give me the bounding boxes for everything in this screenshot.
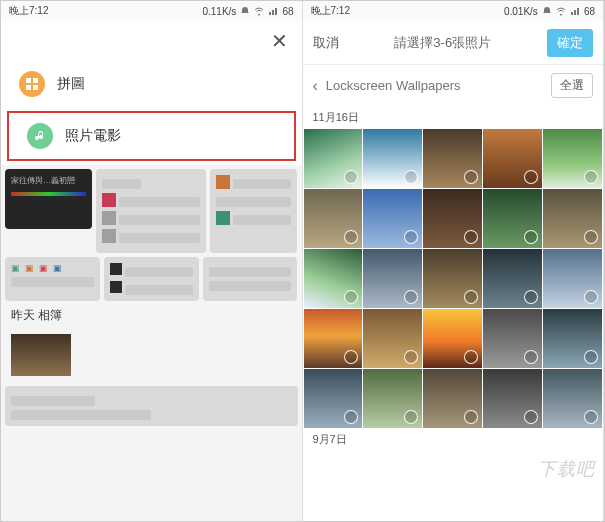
cancel-button[interactable]: 取消 <box>313 34 339 52</box>
photo-cell[interactable] <box>304 309 363 368</box>
folder-path[interactable]: Lockscreen Wallpapers <box>326 78 461 93</box>
picker-title: 請選擇3-6張照片 <box>394 34 491 52</box>
status-speed: 0.11K/s <box>202 6 236 17</box>
select-circle-icon[interactable] <box>464 290 478 304</box>
photo-cell[interactable] <box>304 249 363 308</box>
select-circle-icon[interactable] <box>584 410 598 424</box>
option-collage[interactable]: 拼圖 <box>1 61 302 107</box>
left-phone: 晚上7:12 0.11K/s 68 ✕ 拼圖 照片電影 家往傳與…義初戀 <box>1 1 303 521</box>
confirm-button[interactable]: 確定 <box>547 29 593 57</box>
back-icon[interactable]: ‹ <box>313 77 318 95</box>
photo-cell[interactable] <box>304 129 363 188</box>
select-circle-icon[interactable] <box>524 350 538 364</box>
photo-cell[interactable] <box>543 129 602 188</box>
signal-icon <box>268 6 278 16</box>
select-circle-icon[interactable] <box>464 170 478 184</box>
photo-cell[interactable] <box>423 309 482 368</box>
photo-cell[interactable] <box>423 249 482 308</box>
select-circle-icon[interactable] <box>524 170 538 184</box>
wifi-icon <box>556 6 566 16</box>
select-circle-icon[interactable] <box>344 410 358 424</box>
photo-cell[interactable] <box>543 369 602 428</box>
photo-cell[interactable] <box>543 309 602 368</box>
select-circle-icon[interactable] <box>344 350 358 364</box>
picker-header: 取消 請選擇3-6張照片 確定 <box>303 21 604 65</box>
photo-cell[interactable] <box>483 309 542 368</box>
select-circle-icon[interactable] <box>404 290 418 304</box>
close-icon[interactable]: ✕ <box>271 29 288 53</box>
status-bar: 晚上7:12 0.01K/s 68 <box>303 1 604 21</box>
photo-cell[interactable] <box>363 129 422 188</box>
select-circle-icon[interactable] <box>584 290 598 304</box>
music-note-icon <box>27 123 53 149</box>
status-bar: 晚上7:12 0.11K/s 68 <box>1 1 302 21</box>
right-phone: 晚上7:12 0.01K/s 68 取消 請選擇3-6張照片 確定 ‹ Lock… <box>303 1 605 521</box>
grid-icon <box>19 71 45 97</box>
section-date: 11月16日 <box>303 106 604 129</box>
photo-cell[interactable] <box>483 129 542 188</box>
svg-rect-0 <box>26 78 31 83</box>
select-all-button[interactable]: 全選 <box>551 73 593 98</box>
select-circle-icon[interactable] <box>524 230 538 244</box>
status-time: 晚上7:12 <box>9 4 48 18</box>
do-not-disturb-icon <box>240 6 250 16</box>
select-circle-icon[interactable] <box>464 410 478 424</box>
breadcrumb: ‹ Lockscreen Wallpapers 全選 <box>303 65 604 106</box>
photo-cell[interactable] <box>423 189 482 248</box>
photo-cell[interactable] <box>423 369 482 428</box>
section-date: 9月7日 <box>303 428 604 451</box>
select-circle-icon[interactable] <box>404 410 418 424</box>
photo-cell[interactable] <box>363 189 422 248</box>
photo-cell[interactable] <box>543 189 602 248</box>
status-battery: 68 <box>584 6 595 17</box>
photo-cell[interactable] <box>543 249 602 308</box>
bg-section-title: 昨天 相簿 <box>1 301 302 330</box>
background-gallery: 家往傳與…義初戀 ▣▣▣▣ <box>1 165 302 521</box>
photo-cell[interactable] <box>363 249 422 308</box>
photo-grid <box>303 129 604 428</box>
photo-cell[interactable] <box>423 129 482 188</box>
photo-cell[interactable] <box>304 369 363 428</box>
select-circle-icon[interactable] <box>524 290 538 304</box>
close-row: ✕ <box>1 21 302 61</box>
select-circle-icon[interactable] <box>404 350 418 364</box>
wifi-icon <box>254 6 264 16</box>
status-battery: 68 <box>282 6 293 17</box>
option-photo-movie[interactable]: 照片電影 <box>7 111 296 161</box>
select-circle-icon[interactable] <box>584 170 598 184</box>
photo-cell[interactable] <box>363 369 422 428</box>
select-circle-icon[interactable] <box>524 410 538 424</box>
status-speed: 0.01K/s <box>504 6 538 17</box>
photo-cell[interactable] <box>363 309 422 368</box>
select-circle-icon[interactable] <box>584 230 598 244</box>
do-not-disturb-icon <box>542 6 552 16</box>
photo-cell[interactable] <box>304 189 363 248</box>
option-label: 拼圖 <box>57 75 85 93</box>
svg-rect-1 <box>33 78 38 83</box>
select-circle-icon[interactable] <box>464 350 478 364</box>
select-circle-icon[interactable] <box>584 350 598 364</box>
watermark: 下载吧 <box>538 457 595 481</box>
svg-rect-2 <box>26 85 31 90</box>
select-circle-icon[interactable] <box>464 230 478 244</box>
signal-icon <box>570 6 580 16</box>
photo-cell[interactable] <box>483 189 542 248</box>
status-time: 晚上7:12 <box>311 4 350 18</box>
svg-rect-3 <box>33 85 38 90</box>
photo-cell[interactable] <box>483 249 542 308</box>
option-label: 照片電影 <box>65 127 121 145</box>
photo-cell[interactable] <box>483 369 542 428</box>
album-thumb <box>11 334 71 376</box>
